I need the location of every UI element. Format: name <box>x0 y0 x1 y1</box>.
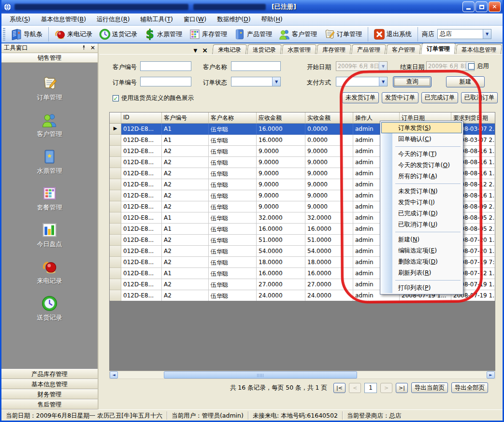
row-selector-cell[interactable]: ▶ <box>110 279 121 290</box>
context-menu-item[interactable]: 发货中订单(I) <box>381 197 462 208</box>
scrollbar-track[interactable] <box>118 371 487 379</box>
toolbar-button[interactable]: 退出系统 <box>370 27 418 42</box>
row-selector-cell[interactable]: ▶ <box>110 124 121 135</box>
context-menu-item[interactable]: 删除选定项(D) <box>381 256 462 267</box>
context-menu-item[interactable]: 所有的订单(A) <box>381 170 462 182</box>
first-page-button[interactable]: |< <box>333 383 346 393</box>
next-page-button[interactable]: > <box>380 383 392 393</box>
toolbar-button[interactable]: $ 水票管理 <box>141 27 186 42</box>
menubar-item[interactable]: 基本信息管理(B) <box>36 14 91 25</box>
column-header[interactable]: ID <box>121 113 162 124</box>
row-selector-cell[interactable]: ▶ <box>110 157 121 168</box>
sidebar-group-bar[interactable]: 产品库存管理 <box>1 369 98 379</box>
context-menu-item[interactable]: 已完成订单(D) <box>381 208 462 219</box>
toolbar-button[interactable]: 送货记录 <box>96 27 141 42</box>
row-selector-cell[interactable]: ▶ <box>110 224 121 235</box>
context-menu-item[interactable]: 未发货订单(N) <box>381 185 462 197</box>
tab-close-icon[interactable]: × <box>202 46 208 54</box>
order-status-filter-button[interactable]: 未发货订单 <box>342 92 379 103</box>
context-menu-item[interactable]: 刷新列表(R) <box>381 267 462 278</box>
sidebar-item[interactable]: 客户管理 <box>37 112 62 139</box>
order-status-select[interactable]: ▼ <box>231 77 281 86</box>
menubar-item[interactable]: 帮助(H) <box>256 14 288 25</box>
row-selector-cell[interactable]: ▶ <box>110 246 121 257</box>
context-menu-item[interactable]: 打印列表(P) <box>381 282 462 293</box>
enable-date-checkbox[interactable]: 启用 <box>468 62 489 70</box>
toolbar-button[interactable]: 库存管理 <box>186 27 230 42</box>
end-date-picker[interactable]: 2009年 6月 8日 ▼ <box>426 61 475 71</box>
context-menu-item[interactable]: 今天的发货订单(O) <box>381 159 462 170</box>
tool-window-close-icon[interactable]: ✕ <box>90 45 95 51</box>
toolbar-drag-handle[interactable] <box>3 28 5 41</box>
tab-scroll-down-icon[interactable]: ▼ <box>194 48 198 53</box>
context-menu-item[interactable]: 新建(N) <box>381 234 462 245</box>
order-status-filter-button[interactable]: 发货中订单 <box>382 92 418 103</box>
maximize-button[interactable] <box>475 1 488 12</box>
row-selector-cell[interactable]: ▶ <box>110 257 121 268</box>
sidebar-item[interactable]: 套餐管理 <box>37 185 62 212</box>
context-menu-item[interactable]: 已取消订单(U) <box>381 219 462 230</box>
context-menu-item[interactable]: 回单确认(C) <box>381 133 462 144</box>
context-menu-item[interactable]: 编辑选定项(E) <box>381 245 462 256</box>
order-status-filter-button[interactable]: 已取消订单 <box>461 92 498 103</box>
column-header[interactable]: 实收金额 <box>305 113 353 124</box>
chevron-down-icon[interactable]: ▼ <box>379 77 387 86</box>
new-button[interactable]: 新建 <box>446 76 485 87</box>
shop-select[interactable]: 总店 ▼ <box>437 29 491 39</box>
toolbar-button[interactable]: 来电记录 <box>51 27 96 42</box>
row-selector-cell[interactable]: ▶ <box>110 201 121 212</box>
chevron-down-icon[interactable]: ▼ <box>272 77 280 86</box>
row-selector-cell[interactable]: ▶ <box>110 268 121 279</box>
scrollbar-thumb[interactable] <box>164 371 357 379</box>
row-selector-cell[interactable]: ▶ <box>110 190 121 201</box>
prev-page-button[interactable]: < <box>349 383 361 393</box>
tab[interactable]: 客户管理 <box>386 44 421 54</box>
row-selector-cell[interactable]: ▶ <box>110 135 121 146</box>
sidebar-item[interactable]: 来电记录 <box>37 259 62 285</box>
sidebar-group-bar[interactable]: 基本信息管理 <box>1 379 98 389</box>
export-all-pages-button[interactable]: 导出全部页 <box>451 382 488 393</box>
minimize-button[interactable] <box>462 1 475 12</box>
row-selector-cell[interactable]: ▶ <box>110 179 121 190</box>
query-button[interactable]: 查询 <box>393 76 432 87</box>
scroll-right-icon[interactable]: ► <box>487 371 495 379</box>
row-selector-cell[interactable]: ▶ <box>110 146 121 157</box>
toolbar-button[interactable]: 产品管理 <box>230 27 275 42</box>
order-no-input[interactable] <box>140 77 191 86</box>
row-selector-cell[interactable]: ▶ <box>110 235 121 246</box>
customer-name-input[interactable] <box>231 61 281 71</box>
sidebar-item[interactable]: 送货记录 <box>37 295 62 322</box>
menubar-item[interactable]: 运行信息(R) <box>91 14 135 25</box>
toolbar-button[interactable]: 导航条 <box>7 27 49 42</box>
tab[interactable]: 库存管理 <box>317 44 351 54</box>
sidebar-item[interactable]: 订单管理 <box>37 75 62 102</box>
context-menu-item[interactable]: 今天的订单(T) <box>381 148 462 159</box>
tab[interactable]: 送货记录 <box>247 44 282 54</box>
menubar-item[interactable]: 数据维护(D) <box>212 14 256 25</box>
last-page-button[interactable]: >| <box>396 383 408 393</box>
menubar-item[interactable]: 窗口(W) <box>178 14 212 25</box>
toolbar-button[interactable]: 客户管理 <box>275 27 320 42</box>
tab[interactable]: 产品管理 <box>351 44 386 54</box>
scroll-left-icon[interactable]: ◄ <box>110 371 118 379</box>
column-header[interactable]: 客户名称 <box>209 113 257 124</box>
row-selector-cell[interactable]: ▶ <box>110 290 121 301</box>
export-current-page-button[interactable]: 导出当前页 <box>411 382 448 393</box>
sidebar-group-sales[interactable]: 销售管理 <box>1 53 98 63</box>
chevron-down-icon[interactable]: ▼ <box>483 29 491 39</box>
order-status-filter-button[interactable]: 已完成订单 <box>421 92 458 103</box>
deliveryman-color-checkbox[interactable]: ✓ 使用送货员定义的颜色展示 <box>113 94 194 102</box>
toolbar-button[interactable]: 订单管理 <box>320 27 368 42</box>
menubar-item[interactable]: 辅助工具(T) <box>135 14 178 25</box>
pay-method-select[interactable]: ▼ <box>336 77 388 86</box>
sidebar-group-bar[interactable]: 财务管理 <box>1 389 98 399</box>
tab[interactable]: 订单管理 <box>421 43 456 54</box>
page-number-input[interactable] <box>364 383 377 393</box>
context-menu-item[interactable]: 订单发货(S) <box>381 122 462 133</box>
pin-icon[interactable] <box>81 44 86 52</box>
menubar-item[interactable]: 系统(S) <box>4 14 36 25</box>
close-button[interactable]: ✕ <box>489 1 501 12</box>
sidebar-item[interactable]: 今日盘点 <box>37 222 62 249</box>
horizontal-scrollbar[interactable]: ◄ ► <box>109 371 495 379</box>
customer-no-input[interactable] <box>140 61 191 71</box>
